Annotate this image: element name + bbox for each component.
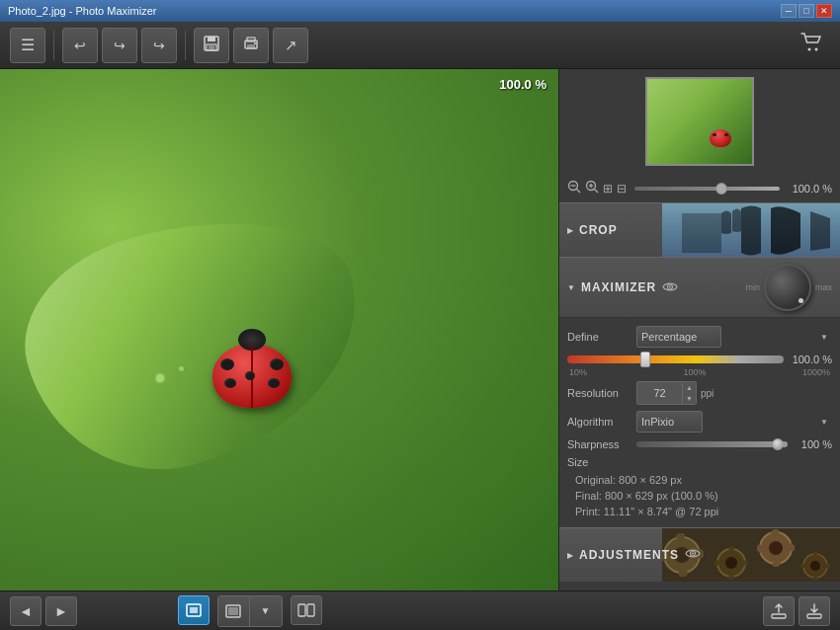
undo-button[interactable]: ↩ bbox=[62, 28, 98, 63]
svg-point-54 bbox=[692, 553, 694, 555]
redo-button[interactable]: ↪ bbox=[141, 28, 177, 63]
title-bar: Photo_2.jpg - Photo Maximizer ─ □ ✕ bbox=[0, 0, 840, 22]
print-icon bbox=[242, 35, 260, 56]
photo-area[interactable]: 100.0 % bbox=[0, 69, 558, 591]
size-slider-track[interactable] bbox=[567, 355, 784, 363]
svg-rect-51 bbox=[823, 564, 830, 568]
svg-rect-52 bbox=[800, 564, 807, 568]
algorithm-row: Algorithm InPixio Lanczos Bicubic ▼ bbox=[567, 411, 832, 433]
photo-canvas bbox=[0, 69, 558, 591]
define-select[interactable]: Percentage Pixels Inches Centimeters bbox=[636, 326, 721, 348]
adjustments-section-title: ADJUSTMENTS bbox=[579, 548, 679, 562]
crop-arrow-icon: ▶ bbox=[567, 226, 573, 235]
zoom-slider[interactable] bbox=[634, 187, 780, 191]
export-button[interactable]: ↗ bbox=[273, 28, 308, 63]
sharpness-slider-track[interactable] bbox=[636, 441, 788, 447]
size-slider-wrapper: 100.0 % bbox=[567, 354, 832, 365]
svg-rect-56 bbox=[190, 607, 198, 613]
slider-min-label: 10% bbox=[569, 367, 587, 377]
zoom-slider-thumb[interactable] bbox=[715, 183, 727, 195]
crop-section-header[interactable]: ▶ CROP bbox=[559, 202, 840, 257]
crop-header-content: ▶ CROP bbox=[567, 223, 618, 237]
view-mode-group: ▼ bbox=[217, 595, 283, 627]
min-label: min bbox=[745, 282, 760, 292]
adjustments-eye-icon[interactable] bbox=[685, 548, 701, 562]
svg-rect-36 bbox=[714, 561, 722, 566]
nav-left-button[interactable]: ◄ bbox=[10, 596, 42, 626]
thumbnail-area bbox=[559, 69, 840, 174]
nav-right-button[interactable]: ► bbox=[45, 596, 77, 626]
maximizer-body: Define Percentage Pixels Inches Centimet… bbox=[559, 318, 840, 527]
cart-button[interactable] bbox=[795, 28, 830, 63]
adjustments-arrow-icon: ▶ bbox=[567, 551, 573, 560]
algorithm-label: Algorithm bbox=[567, 416, 636, 428]
window-controls: ─ □ ✕ bbox=[781, 4, 832, 18]
svg-line-14 bbox=[595, 190, 599, 194]
zoom-out-icon[interactable] bbox=[567, 180, 581, 197]
resolution-label: Resolution bbox=[567, 387, 636, 399]
print-button[interactable] bbox=[233, 28, 269, 63]
adjustments-section-header[interactable]: ▶ ADJUSTMENTS bbox=[559, 527, 840, 582]
export-icon: ↗ bbox=[285, 37, 297, 54]
zoom-controls: ⊞ ⊟ 100.0 % bbox=[559, 174, 840, 202]
svg-point-7 bbox=[254, 42, 256, 44]
single-view-button[interactable] bbox=[218, 596, 250, 626]
zoom-actual-icon[interactable]: ⊟ bbox=[617, 182, 627, 196]
maximizer-knob[interactable] bbox=[764, 264, 811, 311]
zoom-fit-icon[interactable]: ⊞ bbox=[603, 182, 613, 196]
adjustments-header-content: ▶ ADJUSTMENTS bbox=[567, 548, 701, 562]
history-back-button[interactable]: ↪ bbox=[102, 28, 137, 63]
thumbnail-ladybug bbox=[710, 129, 731, 147]
svg-point-9 bbox=[815, 48, 818, 51]
nav-right-icon: ► bbox=[54, 603, 68, 619]
fit-screen-button[interactable] bbox=[178, 595, 210, 625]
define-row: Define Percentage Pixels Inches Centimet… bbox=[567, 326, 832, 348]
maximizer-eye-icon[interactable] bbox=[662, 280, 678, 295]
svg-rect-63 bbox=[807, 614, 821, 618]
crop-section-title: CROP bbox=[579, 223, 618, 237]
slider-max-label: 1000% bbox=[802, 367, 830, 377]
resolution-up-button[interactable]: ▲ bbox=[682, 382, 696, 393]
maximizer-controls: min max bbox=[745, 264, 832, 311]
size-section-label: Size bbox=[567, 456, 832, 468]
size-slider-thumb[interactable] bbox=[640, 352, 650, 367]
zoom-in-icon[interactable] bbox=[585, 180, 599, 197]
bottom-center-buttons: ▼ bbox=[81, 595, 418, 627]
define-select-wrapper: Percentage Pixels Inches Centimeters ▼ bbox=[636, 326, 832, 348]
svg-rect-62 bbox=[772, 614, 786, 618]
svg-point-8 bbox=[808, 48, 811, 51]
sharpness-slider-thumb[interactable] bbox=[772, 438, 784, 450]
main-toolbar: ☰ ↩ ↪ ↪ ↗ bbox=[0, 22, 840, 69]
menu-button[interactable]: ☰ bbox=[10, 28, 45, 63]
main-content: 100.0 % bbox=[0, 69, 840, 591]
thumb-spot-1 bbox=[713, 133, 716, 136]
algorithm-select[interactable]: InPixio Lanczos Bicubic bbox=[636, 411, 703, 433]
slider-mid-label: 100% bbox=[683, 367, 706, 377]
maximize-button[interactable]: □ bbox=[798, 4, 814, 18]
redo-icon: ↪ bbox=[153, 38, 165, 53]
maximizer-section-title: MAXIMIZER bbox=[581, 280, 656, 294]
define-select-arrow-icon: ▼ bbox=[820, 333, 828, 342]
close-button[interactable]: ✕ bbox=[816, 4, 832, 18]
maximizer-section-header[interactable]: ▼ MAXIMIZER min max bbox=[559, 257, 840, 318]
compare-button[interactable] bbox=[291, 595, 322, 625]
upload-button[interactable] bbox=[763, 596, 795, 626]
minimize-button[interactable]: ─ bbox=[781, 4, 797, 18]
spot-5 bbox=[245, 371, 255, 380]
resolution-down-button[interactable]: ▼ bbox=[682, 393, 696, 404]
svg-line-11 bbox=[577, 190, 581, 194]
download-button[interactable] bbox=[798, 596, 830, 626]
svg-point-19 bbox=[669, 285, 671, 287]
compare-icon bbox=[297, 602, 315, 618]
split-view-button[interactable]: ▼ bbox=[250, 596, 282, 626]
svg-point-48 bbox=[810, 561, 820, 571]
save-button[interactable] bbox=[194, 28, 229, 63]
final-size: Final: 800 × 629 px (100.0 %) bbox=[567, 488, 832, 504]
max-label: max bbox=[815, 282, 832, 292]
resolution-input[interactable] bbox=[637, 382, 682, 404]
bottom-toolbar: ◄ ► ▼ bbox=[0, 591, 840, 630]
maximizer-arrow-icon: ▼ bbox=[567, 283, 575, 292]
spot-2 bbox=[224, 378, 236, 388]
download-icon bbox=[805, 602, 823, 620]
svg-rect-35 bbox=[740, 561, 748, 566]
